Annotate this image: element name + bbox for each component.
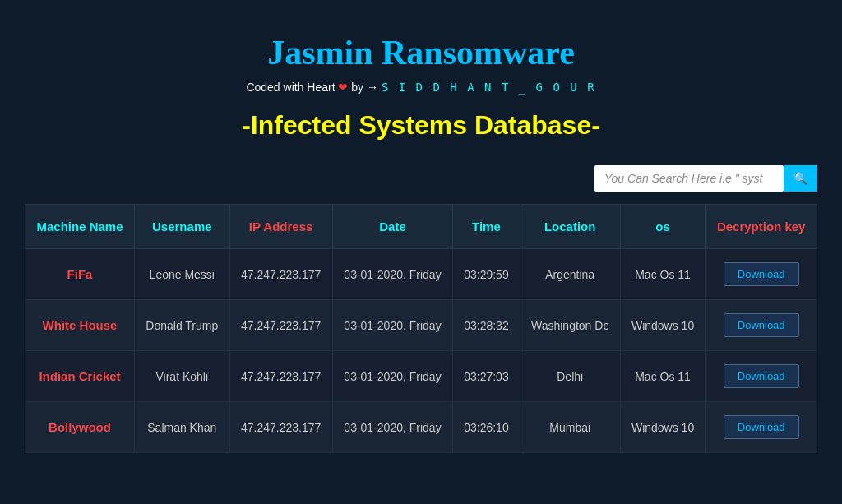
subtitle-by: by → [351, 81, 378, 94]
data-table: Machine Name Username IP Address Date Ti… [25, 204, 817, 453]
cell-ip-address: 47.247.223.177 [229, 402, 332, 453]
table-row: White House Donald Trump 47.247.223.177 … [25, 300, 817, 351]
cell-username: Salman Khan [135, 402, 230, 453]
header-row: Machine Name Username IP Address Date Ti… [25, 205, 817, 249]
cell-os: Mac Os 11 [620, 249, 706, 300]
cell-machine-name: Bollywood [25, 402, 135, 453]
cell-date: 03-01-2020, Friday [332, 249, 453, 300]
header-section: Jasmin Ransomware Coded with Heart ❤ by … [25, 16, 817, 165]
table-header: Machine Name Username IP Address Date Ti… [25, 205, 817, 249]
subtitle-prefix: Coded with Heart [246, 81, 335, 94]
cell-os: Windows 10 [620, 300, 706, 351]
cell-ip-address: 47.247.223.177 [229, 249, 332, 300]
cell-download: Download [706, 351, 817, 402]
cell-location: Delhi [520, 351, 620, 402]
download-button[interactable]: Download [724, 415, 799, 439]
cell-machine-name: White House [25, 300, 135, 351]
col-header-machine-name: Machine Name [25, 205, 135, 249]
cell-time: 03:26:10 [453, 402, 520, 453]
search-button[interactable]: 🔍 [784, 165, 817, 192]
cell-username: Leone Messi [135, 249, 230, 300]
page-title: Jasmin Ransomware [25, 33, 817, 72]
search-row: 🔍 [25, 165, 817, 192]
cell-time: 03:28:32 [453, 300, 520, 351]
col-header-ip-address: IP Address [229, 205, 332, 249]
cell-date: 03-01-2020, Friday [332, 402, 453, 453]
page-container: Jasmin Ransomware Coded with Heart ❤ by … [0, 0, 842, 469]
cell-download: Download [706, 300, 817, 351]
cell-date: 03-01-2020, Friday [332, 351, 453, 402]
table-row: Indian Cricket Virat Kohli 47.247.223.17… [25, 351, 817, 402]
search-input[interactable] [594, 165, 784, 192]
cell-os: Windows 10 [620, 402, 706, 453]
cell-download: Download [706, 249, 817, 300]
download-button[interactable]: Download [724, 262, 799, 286]
db-title: -Infected Systems Database- [25, 110, 817, 141]
col-header-location: Location [520, 205, 620, 249]
cell-os: Mac Os 11 [620, 351, 706, 402]
table-row: Bollywood Salman Khan 47.247.223.177 03-… [25, 402, 817, 453]
cell-ip-address: 47.247.223.177 [229, 351, 332, 402]
col-header-username: Username [135, 205, 230, 249]
search-wrapper: 🔍 [594, 165, 817, 192]
heart-icon: ❤ [338, 81, 348, 94]
col-header-decryption-key: Decryption key [706, 205, 817, 249]
cell-machine-name: FiFa [25, 249, 135, 300]
col-header-date: Date [332, 205, 453, 249]
cell-ip-address: 47.247.223.177 [229, 300, 332, 351]
download-button[interactable]: Download [724, 364, 799, 388]
cell-location: Washington Dc [520, 300, 620, 351]
author-name: S I D D H A N T _ G O U R [382, 81, 596, 94]
cell-machine-name: Indian Cricket [25, 351, 135, 402]
table-body: FiFa Leone Messi 47.247.223.177 03-01-20… [25, 249, 817, 453]
col-header-os: os [620, 205, 706, 249]
table-row: FiFa Leone Messi 47.247.223.177 03-01-20… [25, 249, 817, 300]
cell-date: 03-01-2020, Friday [332, 300, 453, 351]
cell-username: Donald Trump [135, 300, 230, 351]
cell-time: 03:27:03 [453, 351, 520, 402]
subtitle-line: Coded with Heart ❤ by → S I D D H A N T … [25, 81, 817, 94]
col-header-time: Time [453, 205, 520, 249]
cell-location: Argentina [520, 249, 620, 300]
cell-username: Virat Kohli [135, 351, 230, 402]
cell-location: Mumbai [520, 402, 620, 453]
download-button[interactable]: Download [724, 313, 799, 337]
cell-time: 03:29:59 [453, 249, 520, 300]
cell-download: Download [706, 402, 817, 453]
